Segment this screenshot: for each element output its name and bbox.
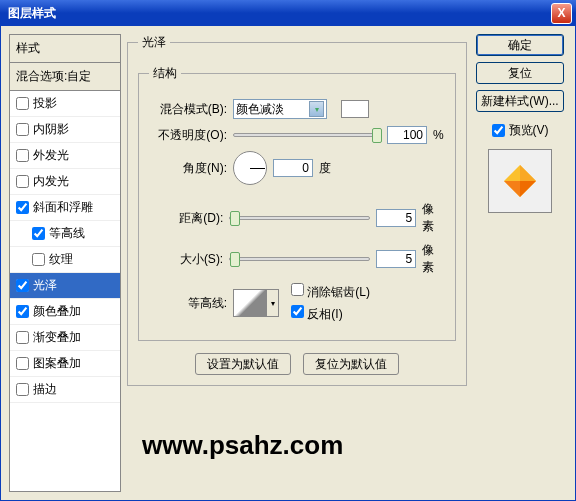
- color-swatch[interactable]: [341, 100, 369, 118]
- style-checkbox[interactable]: [32, 227, 45, 240]
- style-label: 斜面和浮雕: [33, 199, 93, 216]
- opacity-row: 不透明度(O): %: [149, 126, 445, 144]
- blend-mode-select[interactable]: 颜色减淡 ▾: [233, 99, 327, 119]
- style-item[interactable]: 描边: [10, 377, 120, 403]
- contour-thumb: [233, 289, 267, 317]
- angle-dial[interactable]: [233, 151, 267, 185]
- distance-label: 距离(D):: [149, 210, 223, 227]
- style-list: 投影内阴影外发光内发光斜面和浮雕等高线纹理光泽颜色叠加渐变叠加图案叠加描边: [10, 91, 120, 491]
- style-item[interactable]: 渐变叠加: [10, 325, 120, 351]
- set-default-button[interactable]: 设置为默认值: [195, 353, 291, 375]
- styles-header[interactable]: 样式: [10, 35, 120, 63]
- style-label: 描边: [33, 381, 57, 398]
- size-input[interactable]: [376, 250, 416, 268]
- svg-marker-3: [504, 181, 520, 197]
- opacity-slider[interactable]: [233, 133, 381, 137]
- angle-input[interactable]: [273, 159, 313, 177]
- style-checkbox[interactable]: [16, 123, 29, 136]
- style-item[interactable]: 等高线: [10, 221, 120, 247]
- style-checkbox[interactable]: [16, 175, 29, 188]
- style-label: 等高线: [49, 225, 85, 242]
- style-checkbox[interactable]: [16, 305, 29, 318]
- window-title: 图层样式: [4, 5, 551, 22]
- contour-row: 等高线: ▾ 消除锯齿(L) 反相(I): [149, 283, 445, 323]
- blend-options[interactable]: 混合选项:自定: [10, 63, 120, 91]
- chevron-down-icon: ▾: [309, 101, 324, 117]
- style-label: 颜色叠加: [33, 303, 81, 320]
- preview-thumbnail: [488, 149, 552, 213]
- structure-legend: 结构: [149, 65, 181, 82]
- style-item[interactable]: 内发光: [10, 169, 120, 195]
- preview-check[interactable]: 预览(V): [492, 122, 549, 139]
- angle-row: 角度(N): 度: [149, 151, 445, 185]
- style-checkbox[interactable]: [16, 331, 29, 344]
- distance-slider[interactable]: [229, 216, 370, 220]
- style-item[interactable]: 内阴影: [10, 117, 120, 143]
- style-label: 外发光: [33, 147, 69, 164]
- ok-button[interactable]: 确定: [476, 34, 564, 56]
- style-item[interactable]: 图案叠加: [10, 351, 120, 377]
- style-label: 内发光: [33, 173, 69, 190]
- titlebar: 图层样式 X: [0, 0, 576, 26]
- style-item[interactable]: 纹理: [10, 247, 120, 273]
- svg-marker-2: [520, 181, 536, 197]
- right-panel: 确定 复位 新建样式(W)... 预览(V): [473, 34, 567, 492]
- structure-group: 结构 混合模式(B): 颜色减淡 ▾ 不透明度(O): % 角度(: [138, 65, 456, 341]
- close-icon: X: [557, 6, 565, 20]
- size-slider[interactable]: [229, 257, 370, 261]
- satin-group: 光泽 结构 混合模式(B): 颜色减淡 ▾ 不透明度(O): %: [127, 34, 467, 386]
- blend-mode-label: 混合模式(B):: [149, 101, 227, 118]
- style-checkbox[interactable]: [16, 149, 29, 162]
- size-row: 大小(S): 像素: [149, 242, 445, 276]
- angle-unit: 度: [319, 160, 331, 177]
- distance-unit: 像素: [422, 201, 445, 235]
- style-label: 光泽: [33, 277, 57, 294]
- new-style-button[interactable]: 新建样式(W)...: [476, 90, 564, 112]
- style-item[interactable]: 斜面和浮雕: [10, 195, 120, 221]
- style-label: 纹理: [49, 251, 73, 268]
- reset-default-button[interactable]: 复位为默认值: [303, 353, 399, 375]
- satin-legend: 光泽: [138, 34, 170, 51]
- style-checkbox[interactable]: [16, 357, 29, 370]
- style-checkbox[interactable]: [16, 383, 29, 396]
- preview-icon: [500, 161, 540, 201]
- style-item[interactable]: 投影: [10, 91, 120, 117]
- size-unit: 像素: [422, 242, 445, 276]
- chevron-down-icon: ▾: [267, 289, 279, 317]
- opacity-label: 不透明度(O):: [149, 127, 227, 144]
- style-label: 渐变叠加: [33, 329, 81, 346]
- style-label: 投影: [33, 95, 57, 112]
- slider-thumb[interactable]: [230, 252, 240, 267]
- style-item[interactable]: 光泽: [10, 273, 120, 299]
- style-item[interactable]: 外发光: [10, 143, 120, 169]
- style-checkbox[interactable]: [16, 97, 29, 110]
- size-label: 大小(S):: [149, 251, 223, 268]
- style-label: 内阴影: [33, 121, 69, 138]
- center-panel: 光泽 结构 混合模式(B): 颜色减淡 ▾ 不透明度(O): %: [127, 34, 467, 492]
- style-checkbox[interactable]: [16, 279, 29, 292]
- watermark: www.psahz.com: [142, 430, 343, 461]
- close-button[interactable]: X: [551, 3, 572, 24]
- angle-label: 角度(N):: [149, 160, 227, 177]
- svg-marker-1: [520, 165, 536, 181]
- contour-picker[interactable]: ▾: [233, 289, 279, 317]
- antialias-check[interactable]: 消除锯齿(L): [291, 283, 370, 301]
- slider-thumb[interactable]: [230, 211, 240, 226]
- cancel-button[interactable]: 复位: [476, 62, 564, 84]
- contour-label: 等高线:: [149, 295, 227, 312]
- style-label: 图案叠加: [33, 355, 81, 372]
- style-item[interactable]: 颜色叠加: [10, 299, 120, 325]
- style-checkbox[interactable]: [32, 253, 45, 266]
- slider-thumb[interactable]: [372, 128, 382, 143]
- style-checkbox[interactable]: [16, 201, 29, 214]
- default-buttons: 设置为默认值 复位为默认值: [138, 353, 456, 375]
- distance-input[interactable]: [376, 209, 416, 227]
- styles-panel: 样式 混合选项:自定 投影内阴影外发光内发光斜面和浮雕等高线纹理光泽颜色叠加渐变…: [9, 34, 121, 492]
- opacity-input[interactable]: [387, 126, 427, 144]
- opacity-unit: %: [433, 128, 444, 142]
- blend-mode-value: 颜色减淡: [236, 101, 284, 118]
- blend-mode-row: 混合模式(B): 颜色减淡 ▾: [149, 99, 445, 119]
- invert-check[interactable]: 反相(I): [291, 305, 370, 323]
- distance-row: 距离(D): 像素: [149, 201, 445, 235]
